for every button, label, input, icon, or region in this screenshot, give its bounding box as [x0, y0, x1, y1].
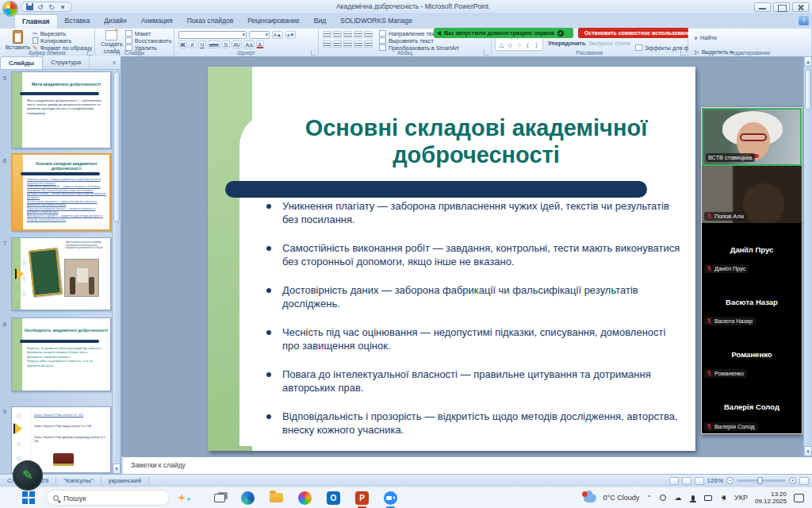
font-color-button[interactable]: А — [256, 40, 264, 48]
find-button[interactable]: ⌕Найти — [695, 35, 733, 41]
help-icon[interactable]: ? — [799, 16, 809, 25]
underline-button[interactable]: Ч — [198, 40, 206, 48]
grow-font-button[interactable]: А▲ — [272, 31, 283, 39]
taskbar-search[interactable]: Пошук — [46, 490, 170, 506]
justify-button[interactable] — [354, 40, 362, 48]
char-spacing-button[interactable]: AV — [232, 40, 242, 48]
theme-name[interactable]: "Капсулы" — [56, 476, 101, 485]
align-center-button[interactable] — [333, 40, 342, 48]
tab-vid[interactable]: Вид — [307, 14, 333, 29]
font-dialog-launcher[interactable] — [311, 50, 316, 56]
stop-share-button[interactable]: Остановить совместное использование — [578, 28, 688, 38]
start-button[interactable] — [22, 491, 35, 504]
change-case-button[interactable]: Аа — [243, 40, 254, 48]
zoom-out-button[interactable]: − — [726, 477, 733, 484]
participant-tile-prus[interactable]: Даніїл Прус Даніїл Прус — [702, 223, 802, 275]
slideshow-button[interactable] — [695, 477, 704, 485]
zoom-slider-thumb[interactable] — [757, 477, 763, 484]
cut-button[interactable]: ✂Вырезать — [33, 30, 92, 37]
clock[interactable]: 13:2009.12.2025 — [755, 491, 787, 505]
keyboard-language[interactable]: УКР — [734, 494, 748, 502]
panel-scrollbar[interactable]: ▼ — [112, 70, 121, 474]
task-view-icon[interactable] — [212, 491, 227, 506]
edge-icon[interactable] — [240, 491, 255, 506]
drawing-dialog-launcher[interactable] — [680, 50, 686, 56]
slide-thumbnail-8[interactable]: Необхідність академічної доброчесності К… — [11, 318, 111, 391]
file-explorer-icon[interactable] — [269, 491, 284, 506]
photos-icon[interactable] — [297, 491, 312, 506]
current-slide[interactable]: Основні складові академічної доброчеснос… — [208, 67, 695, 451]
language-indicator[interactable]: украинский — [102, 476, 150, 485]
line-spacing-button[interactable] — [364, 31, 373, 38]
decrease-indent-button[interactable] — [343, 31, 352, 38]
notes-pane[interactable]: Заметки к слайду — [123, 456, 812, 474]
shrink-font-button[interactable]: а▼ — [285, 31, 296, 39]
weather-text[interactable]: 0°C Cloudy — [603, 494, 640, 502]
shadow-button[interactable]: S — [222, 40, 230, 48]
numbering-button[interactable] — [333, 31, 342, 38]
strikethrough-button[interactable]: abc — [208, 40, 220, 48]
weather-icon[interactable] — [584, 494, 596, 502]
slide-thumbnail-7[interactable]: Діюзі напрям суспільного розвитку забезп… — [11, 237, 111, 310]
slide-bullet-list[interactable]: Уникнення плагіату — заборона привласнен… — [266, 200, 683, 451]
zoom-slider[interactable] — [737, 479, 786, 482]
arrange-button[interactable]: Упорядочить — [548, 40, 585, 47]
zoom-app-icon[interactable] — [383, 491, 398, 506]
panel-close-icon[interactable]: x — [113, 56, 121, 69]
participant-video-stavytska[interactable]: ВСТВ ставицька — [702, 108, 802, 166]
columns-button[interactable] — [364, 40, 373, 48]
tab-solidworks[interactable]: SOLIDWORKS Manage — [333, 14, 419, 29]
slide-title[interactable]: Основні складові академічної доброчеснос… — [263, 114, 689, 168]
quick-styles-button[interactable]: Экспресс-стили — [588, 40, 630, 47]
office-orb-button[interactable] — [2, 1, 18, 17]
tab-glavnaya[interactable]: Главная — [14, 14, 58, 29]
undo-icon[interactable]: ↺ — [36, 3, 44, 11]
font-name-combobox[interactable] — [178, 31, 247, 39]
paragraph-dialog-launcher[interactable] — [484, 50, 489, 56]
zoom-in-button[interactable]: + — [789, 477, 796, 484]
clipboard-dialog-launcher[interactable] — [87, 50, 93, 56]
italic-button[interactable]: К — [189, 40, 197, 48]
maximize-button[interactable] — [773, 2, 790, 12]
notification-center-icon[interactable] — [794, 494, 804, 502]
font-size-combobox[interactable] — [249, 31, 270, 39]
slide-thumbnail-5[interactable]: Мета академічної доброчесності Мета акад… — [11, 71, 111, 148]
tray-app-icon[interactable] — [659, 494, 667, 502]
tab-slides[interactable]: Слайды — [0, 56, 43, 69]
tray-expand-icon[interactable]: ⌃ — [646, 495, 652, 502]
annotate-pen-button[interactable]: ✎ — [13, 460, 43, 491]
tab-pokaz-slaidov[interactable]: Показ слайдов — [180, 14, 241, 29]
reset-button[interactable]: Восстановить — [125, 37, 172, 44]
align-text-button[interactable]: Выровнять текст — [379, 37, 459, 44]
microphone-tray-icon[interactable] — [689, 494, 697, 502]
bold-button[interactable]: Ж — [178, 40, 187, 48]
bullets-button[interactable] — [323, 31, 331, 38]
qat-dropdown-icon[interactable]: ▾ — [59, 3, 67, 11]
copy-button[interactable]: Копировать — [33, 37, 92, 44]
participant-tile-solod[interactable]: Валерія Солод Валерія Солод — [702, 380, 802, 433]
layout-button[interactable]: Макет — [125, 30, 172, 37]
slide-area-scrollbar[interactable]: ▲ ▼ — [803, 56, 812, 456]
tab-outline[interactable]: Структура — [43, 56, 90, 69]
minimize-button[interactable] — [754, 2, 771, 12]
slide-sorter-button[interactable] — [682, 477, 691, 485]
tab-animaciya[interactable]: Анимация — [134, 14, 180, 29]
participant-tile-romanenko[interactable]: Романенко Романенко — [702, 328, 802, 380]
display-tray-icon[interactable] — [704, 494, 712, 502]
tab-recenzirovanie[interactable]: Рецензирование — [240, 14, 307, 29]
copilot-icon[interactable] — [178, 494, 191, 502]
normal-view-button[interactable] — [669, 477, 679, 485]
save-icon[interactable] — [26, 3, 33, 10]
slide-thumbnail-6-selected[interactable]: Основні складові академічної доброчеснос… — [11, 153, 111, 231]
outlook-icon[interactable]: O — [326, 491, 341, 506]
zoom-percent[interactable]: 126% — [707, 477, 723, 484]
onedrive-icon[interactable]: ☁ — [674, 494, 682, 502]
participant-tile-vasyuta[interactable]: Васюта Назар Васюта Назар — [702, 275, 802, 328]
powerpoint-taskbar-icon[interactable]: P — [354, 491, 370, 506]
increase-indent-button[interactable] — [354, 31, 362, 38]
fit-to-window-button[interactable] — [799, 477, 809, 485]
align-left-button[interactable] — [323, 40, 331, 48]
volume-icon[interactable] — [719, 494, 727, 502]
redo-icon[interactable]: ↻ — [48, 3, 56, 11]
align-right-button[interactable] — [343, 40, 352, 48]
